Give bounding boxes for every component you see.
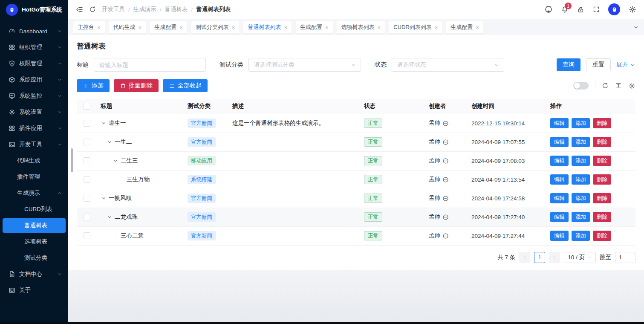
edit-button[interactable]: 编辑 bbox=[550, 193, 569, 203]
reset-button[interactable]: 重置 bbox=[586, 58, 611, 71]
sidebar-item-Dashboard[interactable]: Dashboard bbox=[0, 23, 68, 39]
tab-生成配置[interactable]: 生成配置× bbox=[150, 21, 187, 33]
density-icon[interactable] bbox=[615, 82, 622, 89]
status-filter-select[interactable]: 请选择状态 bbox=[392, 58, 504, 72]
delete-button[interactable]: 删除 bbox=[593, 193, 611, 203]
lock-screen-icon[interactable] bbox=[577, 6, 584, 13]
sidebar-item-开发工具[interactable]: 开发工具 bbox=[0, 136, 68, 153]
sidebar-item-代码生成[interactable]: 代码生成 bbox=[0, 153, 68, 169]
refresh-page-icon[interactable] bbox=[89, 6, 96, 13]
breadcrumb-item[interactable]: 普通树表 bbox=[165, 6, 188, 13]
tabs-dropdown-icon[interactable] bbox=[633, 24, 639, 30]
menu-collapse-icon[interactable] bbox=[76, 6, 83, 13]
row-add-button[interactable]: 添加 bbox=[572, 231, 590, 241]
row-add-button[interactable]: 添加 bbox=[572, 156, 590, 166]
tab-生成配置[interactable]: 生成配置× bbox=[296, 21, 333, 33]
tab-close-icon[interactable]: × bbox=[476, 25, 479, 30]
settings-icon[interactable] bbox=[629, 6, 636, 13]
creator-detail-icon[interactable] bbox=[442, 120, 449, 127]
tab-close-icon[interactable]: × bbox=[325, 25, 329, 30]
edit-button[interactable]: 编辑 bbox=[550, 156, 569, 166]
sidebar-item-插件应用[interactable]: 插件应用 bbox=[0, 120, 68, 136]
tab-测试分类列表[interactable]: 测试分类列表× bbox=[191, 21, 240, 33]
creator-detail-icon[interactable] bbox=[442, 233, 449, 239]
creator-detail-icon[interactable] bbox=[442, 214, 449, 220]
creator-detail-icon[interactable] bbox=[442, 139, 449, 145]
sidebar-item-关于[interactable]: 关于 bbox=[0, 282, 68, 298]
row-add-button[interactable]: 添加 bbox=[572, 118, 590, 128]
row-expand-toggle[interactable] bbox=[101, 195, 107, 201]
row-checkbox[interactable] bbox=[84, 176, 90, 183]
expand-filters-link[interactable]: 展开 bbox=[616, 61, 635, 69]
row-add-button[interactable]: 添加 bbox=[572, 212, 590, 222]
row-checkbox[interactable] bbox=[84, 120, 90, 127]
jump-page-input[interactable] bbox=[615, 252, 635, 263]
row-checkbox[interactable] bbox=[84, 214, 90, 220]
delete-button[interactable]: 删除 bbox=[593, 231, 611, 241]
search-button[interactable]: 查询 bbox=[557, 58, 580, 71]
select-all-checkbox[interactable] bbox=[84, 103, 90, 110]
page-size-select[interactable]: 10 / 页 bbox=[564, 252, 596, 263]
delete-button[interactable]: 删除 bbox=[593, 212, 611, 222]
sidebar-item-组织管理[interactable]: 组织管理 bbox=[0, 39, 68, 55]
column-settings-icon[interactable] bbox=[628, 82, 635, 90]
sidebar-item-CURD列表[interactable]: CURD列表 bbox=[0, 201, 68, 217]
sidebar-item-选项树表[interactable]: 选项树表 bbox=[0, 234, 68, 250]
collapse-all-button[interactable]: 全部收起 bbox=[163, 79, 208, 92]
reload-table-icon[interactable] bbox=[602, 82, 609, 89]
sidebar-item-权限管理[interactable]: 权限管理 bbox=[0, 55, 68, 72]
category-filter-select[interactable]: 请选择测试分类 bbox=[248, 58, 361, 72]
striped-toggle[interactable] bbox=[573, 82, 589, 90]
sidebar-item-插件管理[interactable]: 插件管理 bbox=[0, 169, 68, 185]
row-checkbox[interactable] bbox=[84, 232, 90, 239]
sidebar-item-测试分类[interactable]: 测试分类 bbox=[0, 250, 68, 266]
add-button[interactable]: 添加 bbox=[77, 79, 110, 92]
tab-生成配置[interactable]: 生成配置× bbox=[446, 21, 483, 33]
delete-button[interactable]: 删除 bbox=[593, 118, 611, 128]
edit-button[interactable]: 编辑 bbox=[550, 231, 569, 241]
breadcrumb-item[interactable]: 生成演示 bbox=[133, 6, 156, 13]
sidebar-item-文档中心[interactable]: 文档中心 bbox=[0, 266, 68, 282]
batch-delete-button[interactable]: 批量删除 bbox=[114, 79, 159, 92]
row-add-button[interactable]: 添加 bbox=[572, 137, 590, 147]
tab-close-icon[interactable]: × bbox=[97, 25, 101, 30]
row-checkbox[interactable] bbox=[84, 139, 90, 145]
sidebar-item-系统监控[interactable]: 系统监控 bbox=[0, 88, 68, 104]
next-page-button[interactable] bbox=[549, 252, 560, 263]
tab-close-icon[interactable]: × bbox=[139, 25, 142, 30]
tab-close-icon[interactable]: × bbox=[179, 25, 183, 30]
fullscreen-icon[interactable] bbox=[593, 6, 600, 13]
prev-page-button[interactable] bbox=[519, 252, 530, 263]
creator-detail-icon[interactable] bbox=[442, 176, 449, 183]
notification-bell-icon[interactable]: 1 bbox=[561, 6, 569, 13]
delete-button[interactable]: 删除 bbox=[593, 137, 611, 147]
row-expand-toggle[interactable] bbox=[107, 214, 113, 220]
breadcrumb-item[interactable]: 开发工具 bbox=[102, 6, 125, 13]
scrollbar-thumb[interactable] bbox=[71, 148, 73, 172]
sidebar-item-系统设置[interactable]: 系统设置 bbox=[0, 104, 68, 120]
edit-button[interactable]: 编辑 bbox=[550, 137, 569, 147]
tab-普通树表列表[interactable]: 普通树表列表× bbox=[243, 21, 292, 33]
tab-close-icon[interactable]: × bbox=[378, 25, 381, 30]
tab-close-icon[interactable]: × bbox=[435, 25, 438, 30]
tab-选项树表列表[interactable]: 选项树表列表× bbox=[337, 21, 385, 33]
edit-button[interactable]: 编辑 bbox=[550, 212, 569, 222]
github-icon[interactable] bbox=[545, 6, 552, 13]
row-add-button[interactable]: 添加 bbox=[572, 193, 590, 203]
title-filter-input[interactable] bbox=[94, 58, 206, 72]
row-add-button[interactable]: 添加 bbox=[572, 174, 590, 185]
delete-button[interactable]: 删除 bbox=[593, 174, 611, 185]
row-expand-toggle[interactable] bbox=[107, 139, 113, 145]
sidebar-item-系统应用[interactable]: 系统应用 bbox=[0, 72, 68, 88]
user-avatar[interactable] bbox=[608, 3, 620, 15]
tab-代码生成[interactable]: 代码生成× bbox=[109, 21, 146, 33]
tab-close-icon[interactable]: × bbox=[284, 25, 287, 30]
tab-主控台[interactable]: 主控台× bbox=[73, 21, 105, 33]
row-expand-toggle[interactable] bbox=[113, 158, 118, 164]
row-checkbox[interactable] bbox=[84, 157, 90, 164]
row-checkbox[interactable] bbox=[84, 195, 90, 202]
app-logo[interactable]: HotGo管理系统 bbox=[0, 0, 68, 20]
tab-CUDR列表列表[interactable]: CUDR列表列表× bbox=[389, 21, 442, 33]
creator-detail-icon[interactable] bbox=[442, 195, 449, 202]
sidebar-item-普通树表[interactable]: 普通树表 bbox=[3, 218, 66, 233]
